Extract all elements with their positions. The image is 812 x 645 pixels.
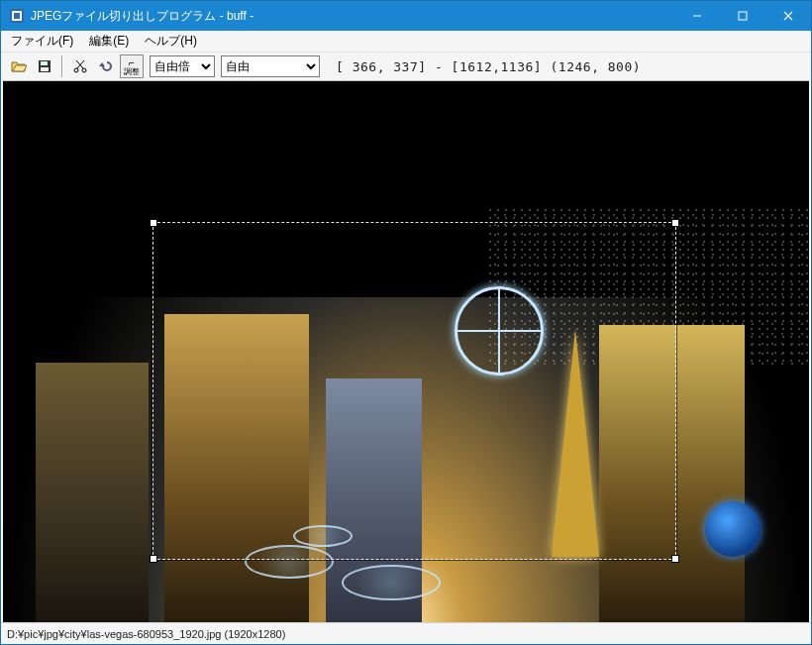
- resize-handle-se[interactable]: [671, 555, 679, 563]
- zoom-select[interactable]: 自由倍: [150, 55, 215, 77]
- resize-handle-sw[interactable]: [150, 555, 157, 563]
- window-buttons: [674, 1, 811, 31]
- folder-open-icon: [11, 58, 27, 74]
- floppy-disk-icon: [37, 58, 52, 74]
- svg-rect-2: [14, 13, 20, 19]
- toolbar-separator: [61, 55, 63, 77]
- scissors-icon: [72, 58, 88, 74]
- menubar: ファイル(F) 編集(E) ヘルプ(H): [1, 31, 811, 53]
- minimize-icon: [692, 11, 702, 21]
- minimize-button[interactable]: [674, 1, 720, 31]
- resize-handle-ne[interactable]: [671, 219, 679, 227]
- adjust-icon: ⌐: [129, 58, 135, 67]
- toolbar: ⌐ 調整 自由倍 自由 [ 366, 337] - [1612,1136] (1…: [1, 53, 811, 80]
- image-canvas[interactable]: [3, 80, 809, 622]
- selection-coordinates: [ 366, 337] - [1612,1136] (1246, 800): [336, 59, 641, 74]
- adjust-label: 調整: [124, 67, 140, 76]
- app-icon: [9, 8, 25, 24]
- titlebar[interactable]: JPEGファイル切り出しプログラム - buff -: [1, 1, 811, 31]
- maximize-button[interactable]: [720, 1, 765, 31]
- save-button[interactable]: [33, 54, 56, 78]
- aspect-select[interactable]: 自由: [221, 55, 320, 77]
- resize-handle-nw[interactable]: [150, 219, 157, 227]
- undo-icon: [98, 58, 114, 74]
- maximize-icon: [738, 11, 748, 21]
- crop-selection[interactable]: [152, 222, 676, 560]
- cut-button[interactable]: [68, 54, 92, 78]
- svg-rect-8: [41, 61, 48, 65]
- menu-help[interactable]: ヘルプ(H): [141, 31, 201, 52]
- svg-rect-4: [739, 12, 747, 20]
- window-title: JPEGファイル切り出しプログラム - buff -: [31, 8, 674, 25]
- close-button[interactable]: [765, 1, 811, 31]
- svg-rect-9: [41, 67, 49, 71]
- undo-button[interactable]: [94, 54, 118, 78]
- open-button[interactable]: [7, 54, 31, 78]
- menu-edit[interactable]: 編集(E): [85, 31, 133, 52]
- status-text: D:¥pic¥jpg¥city¥las-vegas-680953_1920.jp…: [7, 628, 285, 640]
- menu-file[interactable]: ファイル(F): [7, 31, 77, 52]
- app-window: JPEGファイル切り出しプログラム - buff - ファイル(F) 編集(E)…: [0, 0, 812, 645]
- adjust-button[interactable]: ⌐ 調整: [120, 54, 144, 78]
- svg-point-10: [74, 68, 78, 72]
- globe-shape: [705, 501, 761, 557]
- svg-point-11: [82, 68, 86, 72]
- close-icon: [783, 11, 793, 21]
- statusbar: D:¥pic¥jpg¥city¥las-vegas-680953_1920.jp…: [1, 622, 811, 644]
